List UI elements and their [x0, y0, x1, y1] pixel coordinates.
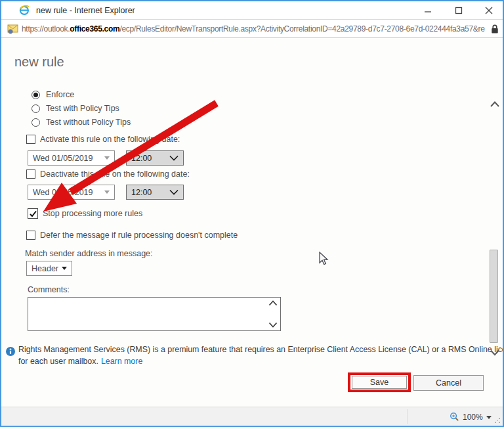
comments-field-wrap	[28, 297, 281, 331]
radio-label: Test with Policy Tips	[46, 104, 119, 113]
rms-notice-line1: Rights Management Services (RMS) is a pr…	[18, 345, 487, 354]
comments-label: Comments:	[28, 285, 70, 294]
url-prefix: https://outlook.	[22, 24, 70, 34]
minimize-icon	[424, 7, 432, 14]
checkbox-label: Deactivate this rule on the following da…	[40, 169, 190, 179]
radio-test-with-policy-tips[interactable]: Test with Policy Tips	[32, 103, 119, 114]
date-value: Wed 01/05/2019	[33, 154, 93, 163]
chevron-down-icon	[62, 267, 67, 270]
page-favicon-icon	[7, 24, 19, 34]
chevron-down-icon	[169, 189, 178, 195]
match-sender-value: Header	[32, 264, 58, 273]
radio-button[interactable]	[32, 104, 40, 113]
chevron-down-icon	[169, 155, 178, 161]
chevron-down-icon	[104, 191, 110, 194]
activate-date-dropdown[interactable]: Wed 01/05/2019	[28, 150, 115, 166]
radio-button-selected[interactable]	[32, 91, 40, 99]
url-field[interactable]: https://outlook.office365.com/ecp/RulesE…	[22, 24, 489, 34]
info-icon	[6, 347, 15, 356]
maximize-button[interactable]	[451, 3, 467, 18]
checkbox-unchecked[interactable]	[26, 135, 35, 144]
checkmark-icon	[29, 210, 37, 218]
learn-more-link[interactable]: Learn more	[101, 357, 142, 366]
time-value: 12:00	[131, 154, 152, 163]
resize-grip[interactable]	[494, 417, 501, 424]
mouse-cursor	[317, 252, 330, 266]
rms-notice-line2: for each user mailbox.Learn more	[18, 357, 142, 366]
checkbox-stop-processing[interactable]: Stop processing more rules	[28, 208, 142, 219]
radio-enforce[interactable]: Enforce	[32, 89, 74, 100]
match-sender-label: Match sender address in message:	[25, 249, 153, 258]
internet-explorer-icon	[18, 5, 30, 16]
maximize-icon	[455, 7, 463, 14]
comments-input[interactable]	[28, 297, 281, 331]
zoom-caret-icon[interactable]	[486, 416, 492, 419]
security-lock-icon	[491, 24, 499, 34]
radio-button[interactable]	[32, 118, 40, 127]
url-domain: office365.com	[70, 24, 119, 34]
minimize-button[interactable]	[420, 3, 436, 18]
checkbox-label: Stop processing more rules	[43, 209, 142, 218]
radio-label: Enforce	[46, 90, 74, 99]
date-value: Wed 01/05/2019	[33, 188, 93, 197]
window-title: new rule - Internet Explorer	[36, 6, 135, 15]
scroll-up-icon[interactable]	[268, 300, 278, 306]
time-value: 12:00	[131, 188, 152, 197]
checkbox-unchecked[interactable]	[26, 231, 35, 240]
cancel-button[interactable]: Cancel	[413, 375, 484, 391]
rms-notice-text: for each user mailbox.	[18, 357, 98, 366]
radio-test-without-policy-tips[interactable]: Test without Policy Tips	[32, 117, 131, 127]
scrollbar-down-icon[interactable]	[490, 349, 500, 356]
address-bar: https://outlook.office365.com/ecp/RulesE…	[1, 20, 503, 38]
scrollbar-thumb[interactable]	[490, 250, 498, 343]
scrollbar-up-icon[interactable]	[490, 101, 500, 108]
scroll-down-icon[interactable]	[268, 322, 278, 328]
status-separator	[407, 409, 408, 424]
url-path: /ecp/RulesEditor/NewTransportRule.aspx?A…	[119, 24, 484, 34]
checkbox-checked[interactable]	[28, 208, 38, 219]
zoom-level[interactable]: 100%	[463, 413, 483, 422]
status-bar: 100%	[1, 407, 503, 426]
radio-label: Test without Policy Tips	[46, 118, 131, 127]
checkbox-unchecked[interactable]	[26, 169, 35, 179]
title-bar: new rule - Internet Explorer	[1, 1, 503, 20]
page-title: new rule	[14, 55, 64, 70]
checkbox-label: Activate this rule on the following date…	[40, 135, 180, 144]
save-button[interactable]: Save	[352, 376, 407, 389]
checkbox-activate-date[interactable]: Activate this rule on the following date…	[26, 135, 180, 144]
zoom-magnifier-icon[interactable]	[450, 412, 459, 422]
checkbox-label: Defer the message if rule processing doe…	[40, 231, 238, 240]
deactivate-date-dropdown[interactable]: Wed 01/05/2019	[28, 185, 115, 200]
close-button[interactable]	[481, 3, 497, 18]
checkbox-defer-message[interactable]: Defer the message if rule processing doe…	[26, 231, 238, 240]
deactivate-time-select[interactable]: 12:00	[126, 185, 184, 200]
activate-time-select[interactable]: 12:00	[126, 150, 184, 166]
match-sender-select[interactable]: Header	[26, 261, 72, 276]
ie-window: new rule - Internet Explorer https://out…	[0, 0, 504, 427]
chevron-down-icon	[104, 156, 110, 160]
checkbox-deactivate-date[interactable]: Deactivate this rule on the following da…	[26, 169, 190, 179]
close-icon	[485, 7, 493, 14]
